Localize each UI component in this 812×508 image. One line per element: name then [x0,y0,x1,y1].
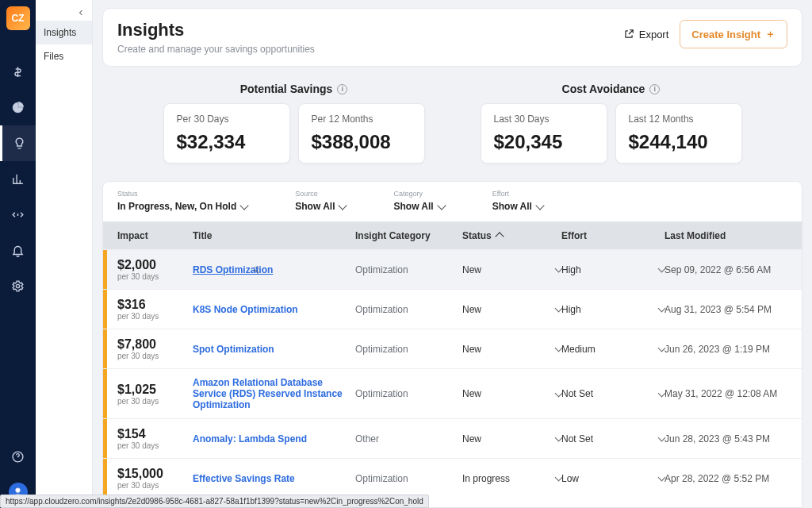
export-button[interactable]: Export [623,29,669,40]
col-category[interactable]: Insight Category [355,230,462,241]
table-row[interactable]: $15,000 per 30 days Effective Savings Ra… [103,458,802,498]
nav-settings[interactable] [0,268,36,304]
col-status[interactable]: Status [462,230,561,241]
cell-effort[interactable]: High [561,264,665,275]
cell-impact: $7,800 per 30 days [117,337,193,360]
cell-effort[interactable]: Not Set [561,388,665,399]
collapse-sidebar[interactable] [36,6,92,21]
row-accent [103,250,107,289]
filter-source[interactable]: Source Show All [295,190,346,212]
cell-status[interactable]: New [462,433,561,444]
cell-title: Amazon Relational Database Service (RDS)… [193,377,355,410]
insights-table: Status In Progress, New, On Hold Source … [102,181,802,508]
cell-title: Effective Savings Rate [193,473,355,484]
cell-status[interactable]: New [462,264,561,275]
table-body: $2,000 per 30 days RDS Optimization Opti… [103,249,802,507]
insight-link[interactable]: Amazon Relational Database Service (RDS)… [193,377,343,410]
svg-point-0 [16,284,19,287]
cell-title: RDS Optimization [193,264,355,275]
card-per-12: Per 12 Months $388,008 [298,103,425,164]
insight-link[interactable]: Effective Savings Rate [193,473,295,484]
cell-modified: Apr 28, 2022 @ 5:52 PM [665,473,787,484]
browser-statusbar: https://app.cloudzero.com/insights/2e2d0… [0,495,429,508]
cell-status[interactable]: New [462,304,561,315]
row-accent [103,369,107,418]
insight-link[interactable]: K8S Node Optimization [193,304,298,315]
row-accent [103,290,107,329]
chevron-down-icon [437,201,446,210]
nav-insights[interactable] [0,125,36,161]
card-last-12: Last 12 Months $244,140 [615,103,742,164]
chevron-down-icon [240,201,249,210]
row-accent [103,459,107,498]
nav-rail: CZ [0,0,36,508]
col-effort[interactable]: Effort [561,230,665,241]
card-per-30: Per 30 Days $32,334 [163,103,290,164]
nav-help[interactable] [0,439,36,475]
cell-modified: Jun 28, 2023 @ 5:43 PM [665,433,787,444]
brand-logo[interactable]: CZ [6,6,30,30]
insight-link[interactable]: RDS Optimization [193,264,273,275]
cost-avoidance-header: Cost Avoidancei [481,83,742,95]
filter-effort[interactable]: Effort Show All [492,190,543,212]
sidebar-item-files[interactable]: Files [36,44,92,68]
cell-title: K8S Node Optimization [193,304,355,315]
nav-code[interactable] [0,197,36,233]
page-title: Insights [117,20,315,40]
nav-pie[interactable] [0,90,36,125]
cell-category: Other [355,433,462,444]
create-insight-button[interactable]: Create Insight ＋ [680,20,787,48]
chevron-down-icon [339,201,347,210]
cell-category: Optimization [355,344,462,355]
cell-impact: $316 per 30 days [117,298,193,321]
table-row[interactable]: $154 per 30 days Anomaly: Lambda Spend O… [103,418,802,458]
sort-asc-icon [495,232,504,241]
card-last-30: Last 30 Days $20,345 [481,103,607,164]
cell-title: Anomaly: Lambda Spend [193,433,355,444]
cell-effort[interactable]: Low [561,473,665,484]
col-impact[interactable]: Impact [117,230,193,241]
row-accent [103,419,107,458]
insight-link[interactable]: Anomaly: Lambda Spend [193,433,307,444]
sidebar-item-insights[interactable]: Insights [36,21,92,44]
insight-link[interactable]: Spot Optimization [193,344,274,355]
chevron-down-icon [535,201,544,210]
cell-status[interactable]: New [462,388,561,399]
table-row[interactable]: $1,025 per 30 days Amazon Relational Dat… [103,368,802,418]
cell-category: Optimization [355,304,462,315]
cell-title: Spot Optimization [193,344,355,355]
main-content: Insights Create and manage your savings … [93,0,812,508]
cell-effort[interactable]: High [561,304,665,315]
cell-effort[interactable]: Medium [561,344,665,355]
cell-status[interactable]: In progress [462,473,561,484]
nav-bars[interactable] [0,161,36,197]
table-header: Impact Title Insight Category Status Eff… [103,221,802,249]
nav-bell[interactable] [0,233,36,268]
table-row[interactable]: $2,000 per 30 days RDS Optimization Opti… [103,249,802,289]
cell-category: Optimization [355,388,462,399]
cell-impact: $15,000 per 30 days [117,467,193,490]
cell-category: Optimization [355,264,462,275]
page-header: Insights Create and manage your savings … [102,8,802,67]
cell-status[interactable]: New [462,344,561,355]
nav-dollar[interactable] [0,54,36,90]
summary-section: Potential Savingsi Per 30 Days $32,334 P… [102,83,802,164]
export-icon [623,29,634,40]
info-icon[interactable]: i [337,84,347,94]
filter-status[interactable]: Status In Progress, New, On Hold [117,190,247,212]
filter-bar: Status In Progress, New, On Hold Source … [103,182,802,221]
cell-impact: $2,000 per 30 days [117,258,193,281]
table-row[interactable]: $7,800 per 30 days Spot Optimization Opt… [103,329,802,368]
table-row[interactable]: $316 per 30 days K8S Node Optimization O… [103,289,802,329]
info-icon[interactable]: i [649,84,660,94]
col-title[interactable]: Title [193,230,355,241]
filter-category[interactable]: Category Show All [393,190,444,212]
cell-modified: May 31, 2022 @ 12:08 AM [665,388,787,399]
cell-impact: $154 per 30 days [117,427,193,450]
cell-modified: Sep 09, 2022 @ 6:56 AM [665,264,787,275]
cell-effort[interactable]: Not Set [561,433,665,444]
cell-impact: $1,025 per 30 days [117,383,193,406]
col-modified[interactable]: Last Modified [665,230,787,241]
page-subtitle: Create and manage your savings opportuni… [117,44,315,55]
cell-category: Optimization [355,473,462,484]
